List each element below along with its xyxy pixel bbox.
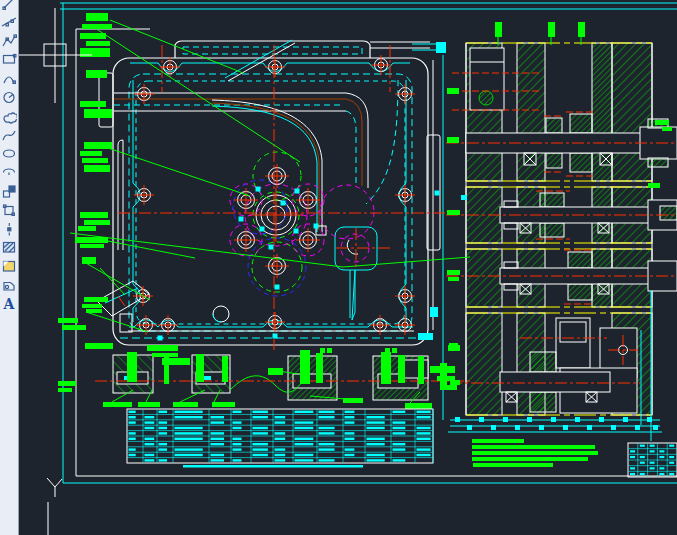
annotation-text-bar bbox=[86, 13, 108, 21]
tech-requirement-line bbox=[472, 451, 598, 455]
annotation-text-bar bbox=[138, 402, 160, 407]
construction-line-icon bbox=[1, 14, 17, 30]
annotation-text-bar bbox=[405, 403, 432, 409]
insert-block-button[interactable] bbox=[0, 182, 18, 200]
point-button[interactable] bbox=[0, 220, 18, 238]
annotation-text-bar bbox=[300, 350, 310, 384]
autocad-window: A bbox=[0, 0, 677, 535]
annotation-text-bar bbox=[196, 354, 204, 382]
tech-requirement-line bbox=[472, 445, 595, 449]
annotation-text-bar bbox=[85, 343, 113, 349]
annotation-text-bar bbox=[86, 41, 110, 46]
detail-box-3 bbox=[288, 356, 337, 400]
annotation-text-bar bbox=[343, 398, 363, 403]
annotation-text-bar bbox=[82, 24, 112, 29]
annotation-text-bar bbox=[447, 88, 459, 94]
annotation-text-bar bbox=[655, 120, 669, 125]
annotation-text-bar bbox=[58, 381, 76, 386]
circle-icon bbox=[1, 89, 17, 105]
annotation-text-bar bbox=[58, 388, 72, 392]
annotation-text-bar bbox=[449, 343, 458, 348]
gradient-icon bbox=[1, 258, 17, 274]
region-button[interactable] bbox=[0, 276, 18, 294]
make-block-button[interactable] bbox=[0, 201, 18, 219]
annotation-text-bar bbox=[173, 402, 198, 407]
annotation-text-bar bbox=[82, 304, 102, 308]
ellipse-icon bbox=[1, 145, 17, 161]
annotation-text-bar bbox=[447, 270, 460, 275]
annotation-text-bar bbox=[447, 210, 460, 215]
annotation-text-bar bbox=[448, 277, 459, 281]
annotation-text-bar bbox=[84, 165, 110, 172]
arc-icon bbox=[1, 70, 17, 86]
annotation-text-bar bbox=[320, 348, 325, 353]
draw-toolbar: A bbox=[0, 0, 19, 535]
annotation-text-bar bbox=[495, 22, 502, 37]
annotation-text-bar bbox=[80, 212, 108, 218]
annotation-text-bar bbox=[62, 325, 86, 330]
annotation-text-bar bbox=[222, 356, 228, 382]
annotation-text-bar bbox=[398, 355, 405, 383]
mtext-button[interactable]: A bbox=[0, 295, 18, 313]
rectangle-icon bbox=[1, 51, 17, 67]
annotation-text-bar bbox=[80, 244, 104, 248]
annotation-text-bar bbox=[58, 318, 78, 323]
annotation-text-bar bbox=[84, 220, 110, 225]
arc-button[interactable] bbox=[0, 69, 18, 87]
annotation-text-bar bbox=[82, 158, 108, 163]
hatch-icon bbox=[1, 239, 17, 255]
annotation-text-bar bbox=[80, 48, 110, 57]
polyline-button[interactable] bbox=[0, 32, 18, 50]
region-icon bbox=[1, 277, 17, 293]
spline-button[interactable] bbox=[0, 126, 18, 144]
annotation-text-bar bbox=[212, 402, 235, 407]
annotation-text-bar bbox=[86, 70, 107, 78]
line-icon bbox=[1, 0, 17, 11]
tech-requirement-line bbox=[472, 457, 588, 461]
polyline-icon bbox=[1, 33, 17, 49]
ellipse-arc-icon bbox=[1, 164, 17, 180]
annotation-text-bar bbox=[78, 226, 96, 231]
insert-block-icon bbox=[1, 183, 17, 199]
annotation-text-bar bbox=[84, 109, 112, 118]
annotation-text-bar bbox=[127, 352, 137, 382]
annotation-text-bar bbox=[103, 402, 132, 407]
annotation-text-bar bbox=[381, 352, 391, 384]
annotation-text-bar bbox=[392, 348, 397, 353]
ellipse-button[interactable] bbox=[0, 144, 18, 162]
annotation-text-bar bbox=[327, 348, 332, 353]
spline-icon bbox=[1, 127, 17, 143]
tech-requirement-line bbox=[473, 463, 553, 467]
annotation-text-bar bbox=[447, 137, 459, 143]
rectangle-button[interactable] bbox=[0, 50, 18, 68]
revcloud-icon bbox=[1, 108, 17, 124]
annotation-text-bar bbox=[84, 297, 108, 302]
annotation-text-bar bbox=[164, 356, 169, 384]
section-strip-3 bbox=[466, 249, 677, 307]
revcloud-button[interactable] bbox=[0, 107, 18, 125]
annotation-text-bar bbox=[80, 101, 106, 107]
construction-line-button[interactable] bbox=[0, 13, 18, 31]
tech-requirement-line bbox=[472, 439, 524, 443]
annotation-text-bar bbox=[80, 151, 102, 156]
circle-button[interactable] bbox=[0, 88, 18, 106]
mtext-icon: A bbox=[0, 296, 18, 312]
annotation-text-bar bbox=[418, 356, 424, 384]
annotation-text-bar bbox=[578, 22, 585, 37]
hatch-button[interactable] bbox=[0, 238, 18, 256]
annotation-text-bar bbox=[430, 366, 455, 373]
drawing-canvas[interactable] bbox=[0, 0, 677, 535]
annotation-text-bar bbox=[316, 353, 323, 383]
gradient-button[interactable] bbox=[0, 257, 18, 275]
annotation-text-bar bbox=[75, 237, 108, 243]
annotation-text-bar bbox=[437, 376, 455, 381]
annotation-text-bar bbox=[84, 142, 112, 149]
annotation-text-bar bbox=[662, 127, 672, 131]
point-icon bbox=[1, 221, 17, 237]
annotation-text-bar bbox=[147, 345, 178, 351]
ellipse-arc-button[interactable] bbox=[0, 163, 18, 181]
annotation-text-bar bbox=[648, 183, 660, 188]
line-button[interactable] bbox=[0, 0, 18, 12]
annotation-text-bar bbox=[80, 33, 106, 39]
make-block-icon bbox=[1, 202, 17, 218]
